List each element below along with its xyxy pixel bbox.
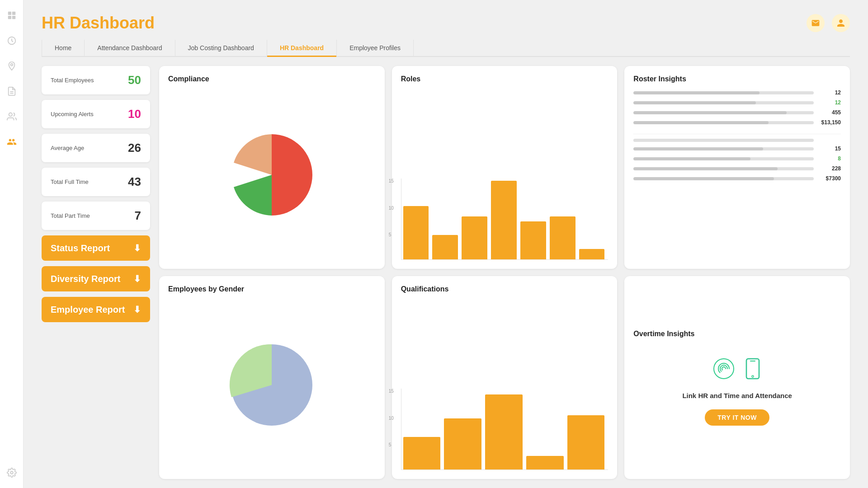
stat-average-age: Average Age 26 [42,134,150,162]
svg-point-8 [9,113,12,116]
stat-value-total-full-time: 43 [128,175,141,189]
mail-icon-button[interactable] [807,14,825,32]
status-report-label: Status Report [51,243,110,253]
roster-row-9: $7300 [633,175,841,182]
tab-employee-profiles[interactable]: Employee Profiles [337,40,414,56]
roster-row-5 [633,139,841,142]
user-icon-button[interactable] [832,14,850,32]
roles-bar-6 [550,216,576,259]
tab-hr-dashboard[interactable]: HR Dashboard [267,40,337,56]
sidebar-icon-location[interactable] [5,60,18,72]
svg-point-5 [10,64,13,66]
fingerprint-icon [713,358,735,384]
qualifications-chart: 15 10 5 [401,300,609,470]
roster-value-3: 455 [818,109,841,116]
roles-bar-4 [491,181,517,259]
stat-label-upcoming-alerts: Upcoming Alerts [51,111,94,117]
roles-bar-7 [579,249,605,259]
roster-value-4: $13,150 [818,119,841,126]
sidebar-icon-settings[interactable] [5,466,18,479]
stat-label-total-full-time: Total Full Time [51,178,89,185]
stat-value-total-part-time: 7 [135,209,141,223]
roster-value-2: 12 [818,99,841,106]
svg-rect-1 [12,12,15,15]
svg-point-9 [10,471,13,474]
roster-row-1: 12 [633,89,841,96]
roles-bar-3 [462,216,487,259]
sidebar-icon-team[interactable] [5,110,18,123]
svg-rect-3 [12,16,15,19]
phone-icon [744,358,762,384]
qualifications-card: Qualifications 15 10 5 [392,276,618,479]
employees-by-gender-card: Employees by Gender [159,276,385,479]
employee-report-label: Employee Report [51,305,125,315]
compliance-chart [168,89,376,260]
overtime-insights-title: Overtime Insights [633,330,694,338]
qual-bar-4 [526,456,564,469]
compliance-title: Compliance [168,75,376,83]
page-title: HR Dashboard [42,14,155,33]
qualifications-title: Qualifications [401,285,609,293]
roster-insights-card: Roster Insights 12 12 455 [624,66,850,269]
header-icons [807,14,850,32]
sidebar-icon-grid[interactable] [5,9,18,22]
tab-attendance[interactable]: Attendance Dashboard [85,40,175,56]
left-panel: Total Employees 50 Upcoming Alerts 10 Av… [42,66,150,479]
overtime-insights-card: Overtime Insights [624,276,850,479]
roles-bars: 15 10 5 [401,178,609,260]
qualifications-y-labels: 15 10 5 [389,389,394,469]
diversity-report-label: Diversity Report [51,274,121,284]
roster-row-8: 228 [633,165,841,172]
stat-label-total-part-time: Total Part Time [51,212,90,219]
header: HR Dashboard [42,14,850,33]
roles-bar-5 [520,221,546,259]
stat-label-total-employees: Total Employees [51,77,94,84]
stat-value-average-age: 26 [128,141,141,155]
svg-point-11 [714,359,734,379]
try-it-now-button[interactable]: TRY IT NOW [705,409,769,426]
sidebar-icon-people[interactable] [5,136,18,148]
roles-card: Roles 15 10 5 [392,66,618,269]
roles-title: Roles [401,75,609,83]
stat-upcoming-alerts: Upcoming Alerts 10 [42,100,150,128]
compliance-card: Compliance [159,66,385,269]
roles-y-labels: 15 10 5 [389,178,394,259]
svg-rect-0 [8,12,11,15]
main-content: HR Dashboard Home Attendance Dashboard J… [24,0,868,488]
roster-value-8: 228 [818,165,841,172]
status-report-download-icon: ⬇ [133,243,141,253]
overtime-icons [713,358,762,384]
sidebar-icon-clock[interactable] [5,34,18,47]
roles-bar-2 [432,235,458,259]
svg-rect-2 [8,16,11,19]
diversity-report-button[interactable]: Diversity Report ⬇ [42,266,150,291]
qualifications-bars: 15 10 5 [401,389,609,470]
status-report-button[interactable]: Status Report ⬇ [42,235,150,261]
sidebar-icon-document[interactable] [5,85,18,98]
roles-chart: 15 10 5 [401,89,609,260]
roster-row-2: 12 [633,99,841,106]
roster-rows-group1: 12 12 455 $13,150 [633,89,841,129]
qual-bar-2 [444,418,481,469]
roster-value-9: $7300 [818,175,841,182]
roles-bar-1 [403,206,429,259]
roster-rows-group2: 15 8 228 $7300 [633,139,841,185]
tab-home[interactable]: Home [42,40,85,56]
sidebar [0,0,24,488]
roster-insights-title: Roster Insights [633,75,841,83]
roster-row-7: 8 [633,155,841,162]
roster-value-6: 15 [818,145,841,152]
roster-row-4: $13,150 [633,119,841,126]
dashboard-grid: Compliance Roles [159,66,850,479]
qual-bar-5 [567,415,605,469]
stat-value-upcoming-alerts: 10 [128,107,141,121]
svg-point-15 [752,375,754,377]
employee-report-button[interactable]: Employee Report ⬇ [42,297,150,322]
roster-divider [633,134,841,134]
stat-total-employees: Total Employees 50 [42,66,150,94]
qual-bar-1 [403,437,441,469]
roster-value-1: 12 [818,89,841,96]
stat-value-total-employees: 50 [128,73,141,87]
employee-report-download-icon: ⬇ [133,304,141,315]
tab-job-costing[interactable]: Job Costing Dashboard [175,40,267,56]
